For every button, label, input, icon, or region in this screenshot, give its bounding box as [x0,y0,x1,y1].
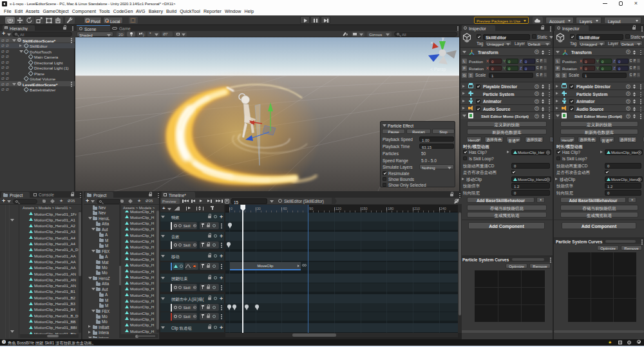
svg-text:< Persp: < Persp [430,67,446,72]
svg-text:x: x [431,41,433,44]
